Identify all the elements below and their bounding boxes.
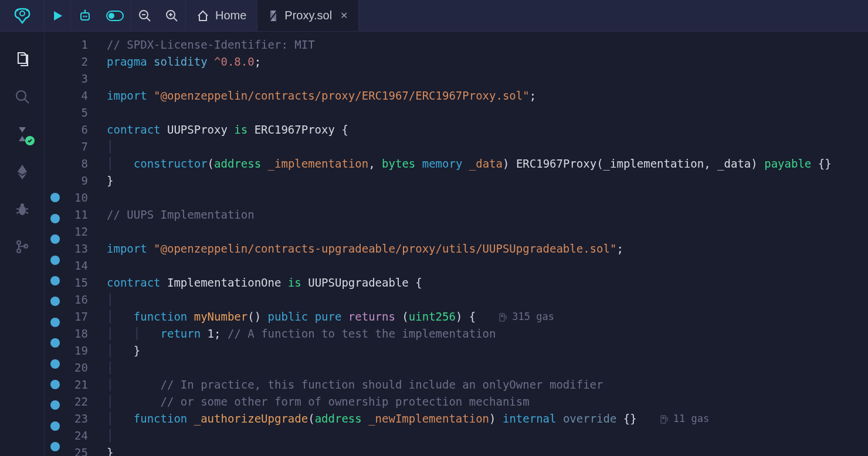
code-line[interactable]: pragma solidity ^0.8.0;: [107, 53, 868, 70]
solidity-icon: [268, 9, 279, 22]
gutter-dot[interactable]: [50, 193, 60, 202]
gutter-dot[interactable]: [50, 256, 60, 265]
toggle-icon: [106, 11, 124, 21]
sidebar-item-deploy-run[interactable]: [13, 163, 31, 181]
robot-button[interactable]: [71, 9, 99, 22]
gutter-dot[interactable]: [50, 359, 60, 369]
run-button[interactable]: [45, 10, 70, 22]
tab-label: Proxy.sol: [284, 9, 332, 22]
code-line[interactable]: │: [107, 291, 868, 308]
svg-point-2: [83, 15, 85, 17]
svg-line-9: [147, 18, 150, 21]
code-line[interactable]: [107, 223, 868, 240]
code-line[interactable]: import "@openzeppelin/contracts-upgradea…: [107, 240, 868, 257]
gutter-dot[interactable]: [50, 380, 60, 389]
svg-point-24: [17, 249, 21, 253]
svg-point-3: [86, 15, 87, 17]
tab-home[interactable]: Home: [186, 0, 257, 31]
gutter-dot[interactable]: [50, 400, 60, 410]
app-logo[interactable]: [0, 0, 45, 31]
zoom-in-button[interactable]: [158, 9, 185, 22]
sidebar-item-solidity-compiler[interactable]: [13, 125, 31, 143]
gas-annotation: 315 gas: [499, 308, 554, 325]
svg-point-18: [21, 203, 24, 207]
gutter-dot[interactable]: [50, 338, 60, 348]
tab-proxy-sol[interactable]: Proxy.sol ✕: [257, 0, 359, 31]
svg-point-17: [19, 206, 26, 215]
svg-rect-27: [501, 315, 503, 317]
gutter-dot[interactable]: [50, 318, 60, 327]
svg-point-15: [16, 91, 26, 100]
sidebar: [0, 32, 45, 456]
files-icon: [13, 50, 31, 68]
sidebar-item-search[interactable]: [13, 88, 31, 106]
code-line[interactable]: │ // or some other form of ownership pro…: [107, 393, 868, 410]
code-line[interactable]: // SPDX-License-Identifier: MIT: [107, 36, 868, 53]
gutter-dot[interactable]: [50, 297, 60, 306]
svg-line-19: [16, 209, 19, 209]
code-line[interactable]: │ function myNumber() public pure return…: [107, 308, 868, 325]
check-badge-icon: [25, 136, 35, 145]
code-line[interactable]: [107, 70, 868, 87]
svg-point-7: [108, 13, 114, 19]
svg-rect-26: [500, 314, 504, 321]
gas-pump-icon: [499, 312, 507, 322]
git-icon: [15, 239, 30, 254]
code-editor[interactable]: 1234567891011121314151617181920212223242…: [45, 32, 868, 456]
code-line[interactable]: │ │ return 1; // A function to test the …: [107, 325, 868, 342]
zoom-out-icon: [138, 9, 151, 22]
code-line[interactable]: │ constructor(address _implementation, b…: [107, 155, 868, 172]
svg-rect-29: [662, 417, 664, 419]
code-line[interactable]: contract UUPSProxy is ERC1967Proxy {: [107, 121, 868, 138]
code-line[interactable]: │: [107, 138, 868, 155]
svg-line-20: [26, 209, 28, 209]
line-number-gutter: 1234567891011121314151617181920212223242…: [66, 34, 96, 456]
code-body[interactable]: // SPDX-License-Identifier: MITpragma so…: [96, 34, 868, 456]
code-line[interactable]: import "@openzeppelin/contracts/proxy/ER…: [107, 87, 868, 104]
ethereum-icon: [15, 164, 29, 180]
bug-icon: [15, 202, 30, 217]
code-line[interactable]: │ function _authorizeUpgrade(address _ne…: [107, 410, 868, 427]
code-line[interactable]: }: [107, 444, 868, 456]
gutter-dot[interactable]: [50, 442, 60, 451]
gutter-dot[interactable]: [50, 421, 60, 431]
remix-logo-icon: [12, 5, 33, 26]
zoom-in-icon: [165, 9, 178, 22]
tab-label: Home: [215, 9, 246, 22]
svg-line-22: [26, 212, 28, 213]
svg-line-16: [25, 99, 29, 103]
topbar: Home Proxy.sol ✕: [0, 0, 868, 32]
code-line[interactable]: │: [107, 359, 868, 376]
code-line[interactable]: │: [107, 427, 868, 444]
zoom-out-button[interactable]: [131, 9, 158, 22]
code-line[interactable]: // UUPS Implementation: [107, 206, 868, 223]
sidebar-item-file-explorer[interactable]: [13, 50, 31, 68]
code-line[interactable]: │ }: [107, 342, 868, 359]
code-line[interactable]: contract ImplementationOne is UUPSUpgrad…: [107, 274, 868, 291]
code-line[interactable]: │ // In practice, this function should i…: [107, 376, 868, 393]
svg-point-5: [84, 9, 86, 11]
robot-icon: [78, 9, 92, 22]
code-line[interactable]: [107, 189, 868, 206]
gutter-dot[interactable]: [50, 214, 60, 223]
code-line[interactable]: [107, 104, 868, 121]
svg-rect-28: [661, 416, 666, 423]
sidebar-item-git[interactable]: [13, 238, 31, 256]
sidebar-item-debugger[interactable]: [13, 200, 31, 218]
svg-point-23: [17, 241, 21, 244]
svg-point-0: [20, 11, 25, 16]
tab-close-button[interactable]: ✕: [340, 10, 348, 21]
gutter-dot[interactable]: [50, 276, 60, 285]
code-line[interactable]: [107, 257, 868, 274]
gutter-annotations: [45, 34, 66, 456]
gutter-dot[interactable]: [50, 234, 60, 244]
search-icon: [15, 89, 30, 104]
toggle-button[interactable]: [99, 11, 131, 21]
svg-line-12: [174, 18, 177, 21]
gas-pump-icon: [660, 414, 669, 424]
code-line[interactable]: }: [107, 172, 868, 189]
svg-line-21: [16, 212, 19, 213]
play-icon: [52, 10, 63, 22]
home-icon: [196, 9, 209, 22]
svg-rect-1: [81, 13, 89, 20]
